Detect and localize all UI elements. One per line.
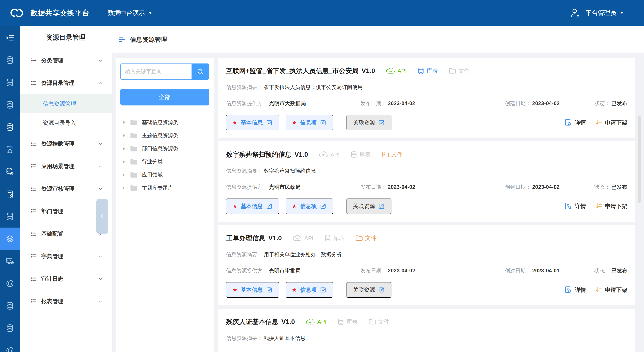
card-actions-row: ★基本信息★信息项关联资源详情申请下架 [226, 199, 627, 214]
request-offline-link[interactable]: 申请下架 [595, 119, 627, 126]
info-item-button[interactable]: ★信息项 [286, 115, 333, 130]
detail-link[interactable]: 详情 [564, 202, 586, 210]
edit-icon [378, 286, 385, 293]
info-item-button[interactable]: ★信息项 [286, 199, 333, 214]
tree-item[interactable]: 主题库专题库 [120, 181, 209, 195]
menu-list-icon [30, 163, 37, 169]
sidebar-item[interactable]: 报表管理 [20, 290, 112, 312]
card-summary-row: 信息资源摘要：残疾人证基本信息 [226, 334, 627, 342]
related-resource-button[interactable]: 关联资源 [346, 282, 392, 298]
summary-label: 信息资源摘要： [226, 335, 262, 342]
sidebar-subitem[interactable]: 信息资源管理 [20, 94, 112, 113]
provider-value: 光明市审批局 [269, 267, 301, 274]
rail-item-database[interactable] [0, 71, 20, 94]
sidebar-item[interactable]: 资源目录管理 [20, 72, 112, 94]
card-title-row: 残疾人证基本信息V1.0APIAPI库表文件 [226, 317, 627, 326]
sidebar-subitem-label: 信息资源管理 [43, 100, 76, 108]
sidebar-subitem[interactable]: 资源目录导入 [20, 113, 112, 132]
detail-link-label: 详情 [575, 119, 586, 126]
rail-item-database[interactable] [0, 205, 20, 228]
related-resource-button-label: 关联资源 [353, 203, 375, 210]
sidebar-item[interactable]: 字典管理 [20, 245, 112, 268]
api-badge-label: API [317, 319, 326, 325]
detail-link[interactable]: 详情 [564, 119, 586, 126]
card-meta-row: 信息资源提供方：光明市大数据局发布日期：2023-04-02创建日期：2023-… [226, 100, 627, 107]
rail-item-menu-toggle[interactable] [0, 27, 20, 49]
publish-date-value: 2023-04-02 [388, 268, 415, 274]
tree-item[interactable]: 应用领域 [120, 168, 209, 181]
rail-item-database[interactable] [0, 94, 20, 116]
resource-title: 数字殡葬祭扫预约信息 [226, 150, 292, 159]
sidebar-item[interactable]: 分类管理 [20, 49, 112, 72]
summary-label: 信息资源摘要： [226, 251, 262, 258]
folder-icon [130, 185, 138, 191]
search-button[interactable] [192, 64, 209, 80]
sidebar-subitem-label: 资源目录导入 [43, 119, 76, 127]
resource-version: V1.0 [282, 318, 295, 325]
tree-item[interactable]: 行业分类 [120, 155, 209, 168]
basic-info-button[interactable]: ★基本信息 [226, 115, 279, 130]
rail-item-swirl[interactable] [0, 339, 20, 352]
related-resource-button[interactable]: 关联资源 [346, 199, 392, 214]
provider-field: 信息资源提供方：光明市审批局 [226, 267, 360, 274]
basic-info-button[interactable]: ★基本信息 [226, 282, 279, 298]
sidebar-item[interactable]: 审计日志 [20, 268, 112, 290]
resource-card: 工单办理信息V1.0APIAPI库表文件信息资源摘要：用于相关单位业务处办、数据… [218, 225, 635, 305]
detail-link-label: 详情 [575, 203, 586, 210]
create-date-field: 创建日期：2023-04-02 [505, 100, 560, 107]
related-resource-button-label: 关联资源 [353, 119, 375, 126]
request-offline-link[interactable]: 申请下架 [595, 202, 627, 210]
folder-icon [130, 145, 138, 152]
basic-info-button[interactable]: ★基本信息 [226, 199, 279, 214]
request-offline-link-label: 申请下架 [605, 286, 627, 294]
tree-item[interactable]: 主题信息资源类 [120, 129, 209, 142]
rail-item-certificate[interactable] [0, 183, 20, 205]
table-badge-icon [418, 67, 424, 75]
sidebar-item-label: 字典管理 [41, 253, 64, 260]
all-categories-button[interactable]: 全部 [120, 89, 209, 105]
sidebar-collapse-handle[interactable] [96, 199, 108, 234]
database-icon [6, 101, 14, 109]
sidebar-item[interactable]: 资源审核管理 [20, 178, 112, 200]
card-summary-row: 信息资源摘要：数字殡葬祭扫预约信息 [226, 167, 627, 175]
file-badge: 文件 [448, 67, 470, 75]
rail-item-swirl[interactable] [0, 272, 20, 295]
info-item-button-label: 信息项 [300, 203, 317, 210]
api-badge-icon: API [306, 318, 315, 325]
rail-item-database[interactable] [0, 317, 20, 339]
rail-item-database-gear[interactable] [0, 160, 20, 183]
caret-down-icon [620, 11, 624, 15]
workspace-selector[interactable]: 数据中台演示 [108, 9, 152, 17]
rail-item-database[interactable] [0, 116, 20, 138]
detail-link[interactable]: 详情 [564, 286, 586, 294]
related-resource-button[interactable]: 关联资源 [346, 115, 392, 130]
request-offline-link[interactable]: 申请下架 [595, 286, 627, 294]
rail-item-monitor-gear[interactable] [0, 250, 20, 272]
top-header: 数据共享交换平台 数据中台演示 平台管理员 [0, 0, 644, 26]
info-item-button-label: 信息项 [300, 286, 317, 294]
edit-icon [378, 203, 385, 210]
sidebar-item-label: 资源目录管理 [41, 79, 74, 87]
svg-text:API: API [322, 154, 325, 156]
user-menu[interactable]: 平台管理员 [570, 8, 624, 18]
scrollbar-thumb[interactable] [638, 116, 641, 203]
app-logo-icon [10, 6, 24, 20]
tree-item[interactable]: 部门信息资源类 [120, 142, 209, 155]
search-input[interactable] [120, 64, 192, 80]
sidebar-item-label: 审计日志 [41, 275, 64, 283]
rail-item-database[interactable] [0, 49, 20, 71]
resource-title: 互联网+监管_省下发_执法人员信息_市公安局 [226, 66, 358, 75]
card-summary-row: 信息资源摘要：用于相关单位业务处办、数据分析 [226, 251, 627, 258]
rail-item-data-share[interactable]: DATA [0, 138, 20, 160]
info-item-button[interactable]: ★信息项 [286, 282, 333, 298]
create-date-value: 2023-04-02 [532, 100, 560, 106]
publish-date-value: 2023-04-02 [388, 184, 415, 190]
basic-info-button-label: 基本信息 [241, 286, 263, 294]
sidebar-item[interactable]: 应用场景管理 [20, 155, 112, 178]
rail-item-database[interactable] [0, 295, 20, 317]
resource-type-badges: APIAPI库表文件 [306, 318, 390, 326]
sidebar-item[interactable]: 资源挂载管理 [20, 132, 112, 155]
tree-item[interactable]: 基础信息资源类 [120, 116, 209, 129]
rail-item-layers[interactable] [0, 228, 20, 250]
edit-icon [266, 286, 273, 293]
